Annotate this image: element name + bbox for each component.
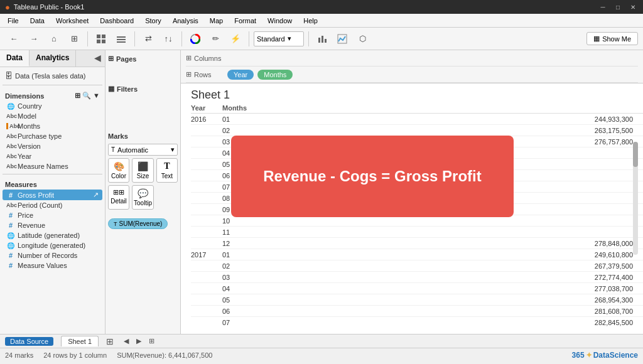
- dim-measure-names[interactable]: Abc Measure Names: [3, 161, 102, 171]
- bar-chart-btn[interactable]: [313, 30, 331, 48]
- marks-type-dropdown[interactable]: T Automatic ▾: [108, 144, 178, 156]
- measure-latitude[interactable]: 🌐 Latitude (generated): [3, 230, 102, 240]
- menu-dashboard[interactable]: Dashboard: [95, 16, 139, 26]
- close-button[interactable]: ✕: [628, 2, 638, 12]
- extra-icon-1[interactable]: ⊞: [149, 337, 154, 345]
- datasource-tab[interactable]: Data Source: [5, 337, 53, 346]
- view-btn[interactable]: [92, 30, 110, 48]
- measure-longitude[interactable]: 🌐 Longitude (generated): [3, 240, 102, 250]
- expand-icon[interactable]: ▼: [93, 92, 100, 100]
- data-source-row[interactable]: 🗄 Data (Tesla sales data): [3, 70, 102, 82]
- cursor-icon: ↗: [93, 191, 99, 199]
- menu-file[interactable]: File: [3, 16, 24, 26]
- show-me-button[interactable]: ▦ Show Me: [586, 32, 638, 45]
- marks-text-btn[interactable]: T Text: [156, 158, 178, 183]
- marks-tooltip-btn[interactable]: 💬 Tooltip: [132, 185, 154, 210]
- title-bar-controls: ─ □ ✕: [598, 2, 638, 12]
- canvas-panel: ⊞ Columns ⊞ Rows Year Months Sheet 1 Yea…: [181, 50, 643, 334]
- text-icon: T: [164, 161, 170, 171]
- menu-format[interactable]: Format: [229, 16, 261, 26]
- year-pill[interactable]: Year: [227, 70, 254, 80]
- dim-version[interactable]: Abc Version: [3, 141, 102, 151]
- abc-icon-period: Abc: [6, 202, 15, 208]
- minimize-button[interactable]: ─: [598, 2, 608, 12]
- measure-gross-profit[interactable]: # Gross Profit ↗: [3, 190, 102, 200]
- dim-purchase-type[interactable]: Abc Purchase type: [3, 131, 102, 141]
- sort-asc-btn[interactable]: ↑↓: [159, 30, 177, 48]
- forward-button[interactable]: →: [25, 30, 43, 48]
- marks-buttons: 🎨 Color ⬛ Size T Text ⊞⊞ Detail 💬 To: [108, 158, 178, 210]
- dim-months[interactable]: Abc Months: [3, 121, 102, 131]
- abc-icon-model: Abc: [6, 113, 15, 119]
- geo-icon-lon: 🌐: [6, 242, 15, 249]
- dim-country[interactable]: 🌐 Country: [3, 101, 102, 111]
- toolbar-sep-2: [134, 31, 135, 46]
- svg-rect-0: [97, 35, 100, 38]
- sheet-title: Sheet 1: [181, 83, 643, 104]
- back-button[interactable]: ←: [5, 30, 23, 48]
- add-button[interactable]: ⊞: [65, 30, 83, 48]
- pages-label: Pages: [116, 55, 136, 63]
- brand-star-icon: ✦: [586, 351, 592, 360]
- table-row: 02 263,175,500: [191, 125, 643, 136]
- measure-values[interactable]: # Measure Values: [3, 260, 102, 270]
- collapse-panel-btn[interactable]: ◀: [90, 50, 105, 67]
- chart2-btn[interactable]: [333, 30, 351, 48]
- marks-detail-btn[interactable]: ⊞⊞ Detail: [108, 185, 129, 210]
- col-header-months: Months: [222, 104, 260, 112]
- marks-size-btn[interactable]: ⬛ Size: [132, 158, 154, 183]
- svg-rect-5: [117, 39, 126, 40]
- right-arrow-btn[interactable]: ▶: [136, 337, 141, 345]
- tooltip-overlay: Revenue - Cogs = Gross Profit: [231, 136, 514, 217]
- menu-analysis[interactable]: Analysis: [168, 16, 203, 26]
- dim-purchase-type-label: Purchase type: [18, 132, 62, 140]
- dim-year[interactable]: Abc Year: [3, 151, 102, 161]
- grid-icon[interactable]: ⊞: [75, 92, 80, 100]
- dim-model[interactable]: Abc Model: [3, 111, 102, 121]
- marks-color-btn[interactable]: 🎨 Color: [108, 158, 129, 183]
- menu-story[interactable]: Story: [140, 16, 166, 26]
- show-me-icon: ▦: [593, 35, 600, 43]
- menu-worksheet[interactable]: Worksheet: [51, 16, 94, 26]
- add-sheet-btn[interactable]: ⊞: [106, 336, 114, 346]
- svg-rect-4: [117, 36, 126, 38]
- maximize-button[interactable]: □: [613, 2, 623, 12]
- months-pill[interactable]: Months: [257, 70, 293, 80]
- menu-map[interactable]: Map: [205, 16, 228, 26]
- columns-shelf: ⊞ Columns: [186, 50, 638, 67]
- measure-num-records[interactable]: # Number of Records: [3, 250, 102, 260]
- toolbar-sep-3: [181, 31, 182, 46]
- sum-info: SUM(Revenue): 6,441,067,500: [117, 351, 212, 359]
- home-button[interactable]: ⌂: [45, 30, 63, 48]
- menu-window[interactable]: Window: [262, 16, 297, 26]
- datasource-name: Data (Tesla sales data): [15, 72, 86, 80]
- search-icon[interactable]: 🔍: [82, 92, 91, 100]
- toolbar-sep-1: [87, 31, 88, 46]
- sheet1-tab[interactable]: Sheet 1: [61, 336, 99, 346]
- tab-analytics[interactable]: Analytics: [30, 50, 76, 67]
- table-area: Year Months 2016 01 244,933,300 02 263,1…: [181, 104, 643, 334]
- table-row: 2016 01 244,933,300: [191, 114, 643, 125]
- standard-dropdown[interactable]: Standard ▾: [254, 31, 304, 46]
- color-palette-btn[interactable]: [186, 30, 204, 48]
- marks-label: Marks: [108, 132, 128, 140]
- menu-help[interactable]: Help: [298, 16, 323, 26]
- brush-btn[interactable]: ✏: [207, 30, 224, 48]
- abc-icon-measure-names: Abc: [6, 163, 15, 169]
- measure-records-label: Number of Records: [18, 252, 77, 259]
- measure-price[interactable]: # Price: [3, 210, 102, 220]
- sum-revenue-button[interactable]: T SUM(Revenue): [108, 218, 168, 229]
- scroll-indicator[interactable]: [633, 142, 638, 255]
- left-panel-tabs: Data Analytics ◀: [0, 50, 105, 67]
- measure-period[interactable]: Abc Period (Count): [3, 200, 102, 210]
- highlight-btn[interactable]: ⚡: [227, 30, 244, 48]
- brand-logo: 365 ✦ DataScience: [572, 351, 638, 360]
- tab-data[interactable]: Data: [0, 50, 30, 67]
- left-arrow-btn[interactable]: ◀: [124, 337, 129, 345]
- measure-revenue[interactable]: # Revenue: [3, 220, 102, 230]
- chart-view-btn[interactable]: [112, 30, 130, 48]
- share-btn[interactable]: ⬡: [354, 30, 371, 48]
- swap-btn[interactable]: ⇄: [139, 30, 157, 48]
- menu-data[interactable]: Data: [25, 16, 50, 26]
- scroll-thumb[interactable]: [633, 142, 638, 167]
